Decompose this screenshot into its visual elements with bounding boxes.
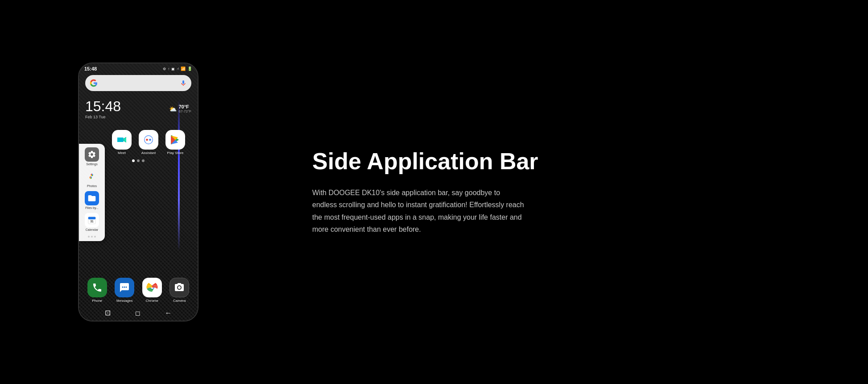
chrome-dock-label: Chrome [146,299,158,303]
dock-messages[interactable]: Messages [115,278,134,303]
messages-app-icon [119,282,130,293]
settings-label: Settings [86,163,97,166]
settings-status-icon: ⚙ [163,67,166,71]
home-nav-icon[interactable]: ◻ [135,309,141,317]
weather-icon: ⛅ [169,105,177,113]
feature-description: With DOOGEE DK10's side application bar,… [312,187,526,235]
clock-area: 15:48 Feb 13 Tue ⛅ 70°F 67-72°F [79,95,198,121]
playstore-label: Play Store [167,151,184,155]
clock-date: Feb 13 Tue [85,115,121,119]
dock-phone[interactable]: Phone [87,278,107,303]
recents-nav-icon[interactable]: ⊡ [105,309,111,317]
search-bar[interactable] [85,75,191,91]
dot-3 [142,159,145,162]
meet-label: Meet [118,151,126,155]
phone-app-icon [92,282,103,293]
photos-icon [86,171,98,182]
clock-widget: 15:48 Feb 13 Tue [85,98,121,119]
svg-rect-4 [117,138,124,142]
svg-point-7 [146,139,148,141]
side-app-calendar[interactable]: 31 Calendar [85,213,99,231]
svg-point-8 [149,139,151,141]
meet-app-icon [115,133,128,146]
bluetooth-icon: ⑁ [177,67,179,71]
app-meet[interactable]: Meet [110,130,133,155]
files-icon [87,194,96,203]
weather-temp: 70°F [178,104,191,109]
camera-app-icon [174,282,185,293]
wifi-icon: 📶 [181,67,186,71]
phone-frame: 15:48 ⚙ ↑ ▣ ⑁ 📶 🔋 [78,63,198,321]
messages-dock-label: Messages [116,299,132,303]
side-app-settings[interactable]: Settings [85,147,99,166]
status-icons: ⚙ ↑ ▣ ⑁ 📶 🔋 [163,67,192,71]
calendar-icon: 31 [87,215,97,225]
svg-point-9 [122,287,124,288]
svg-point-5 [143,134,153,145]
battery-icon: 🔋 [187,67,192,71]
svg-point-10 [124,287,125,288]
svg-text:31: 31 [90,220,94,223]
dot-1 [132,159,135,162]
playstore-app-icon [169,134,181,146]
settings-icon [87,150,96,159]
phone-dock-label: Phone [92,299,102,303]
status-time: 15:48 [84,66,97,71]
svg-rect-1 [88,217,96,220]
weather-widget: ⛅ 70°F 67-72°F [169,104,191,113]
mic-icon [180,79,187,87]
file-status-icon: ▣ [171,67,175,71]
calendar-label: Calendar [86,228,98,231]
dock-chrome[interactable]: Chrome [142,278,162,303]
feature-title: Side Application Bar [312,149,832,174]
side-more-dots [88,236,96,238]
phone-accent-line [178,99,180,251]
camera-dock-label: Camera [173,299,186,303]
upload-status-icon: ↑ [168,67,169,71]
app-playstore[interactable]: Play Store [164,130,187,155]
app-assistant[interactable]: Assistant [137,130,160,155]
back-nav-icon[interactable]: ← [165,309,172,317]
phone-section: 15:48 ⚙ ↑ ▣ ⑁ 📶 🔋 [0,0,277,384]
right-content-section: Side Application Bar With DOOGEE DK10's … [277,122,868,262]
weather-range: 67-72°F [178,109,191,113]
app-row-1: Meet Assistant [110,130,191,155]
bottom-dock: Phone Messages [79,278,198,303]
google-g-icon [90,79,98,87]
dock-camera[interactable]: Camera [169,278,189,303]
side-app-files[interactable]: Files by... [85,191,99,209]
dock-row: Phone Messages [83,278,193,303]
phone-wrapper: 15:48 ⚙ ↑ ▣ ⑁ 📶 🔋 [78,63,198,321]
assistant-app-icon [142,134,155,146]
clock-time: 15:48 [85,98,121,115]
svg-point-11 [126,287,127,288]
assistant-label: Assistant [141,151,156,155]
photos-label: Photos [87,184,97,188]
status-bar: 15:48 ⚙ ↑ ▣ ⑁ 📶 🔋 [79,63,198,73]
side-app-photos[interactable]: Photos [85,169,99,188]
chrome-app-icon [146,281,158,294]
nav-bar: ⊡ ◻ ← [79,309,198,317]
side-app-bar: Settings [79,144,105,241]
files-label: Files by... [85,206,98,209]
dot-2 [137,159,140,162]
